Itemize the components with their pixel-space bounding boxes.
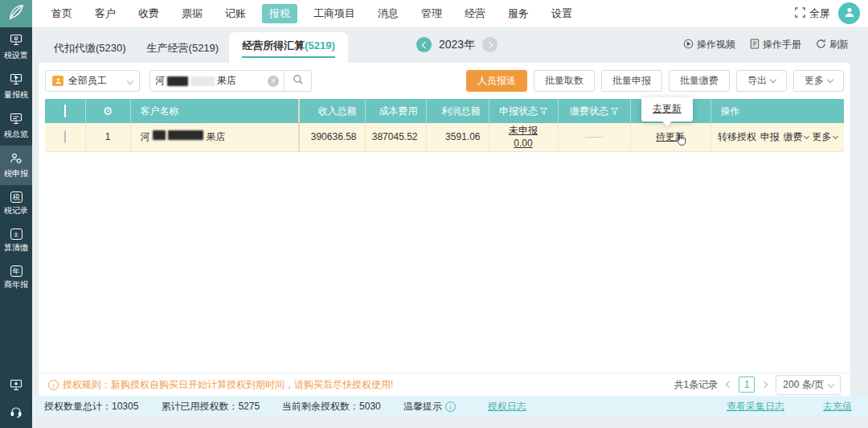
employee-filter-select[interactable]: 全部员工 bbox=[45, 70, 140, 92]
monitor-settings-icon bbox=[10, 34, 23, 47]
sidebar-item-tax-overview[interactable]: 税总览 bbox=[0, 106, 32, 146]
more-button[interactable]: 更多 bbox=[793, 70, 844, 92]
header-income: 收入总额 bbox=[299, 99, 365, 123]
nav-item-tax-active[interactable]: 报税 bbox=[262, 4, 297, 23]
sidebar-item-annual-report[interactable]: 年 商年报 bbox=[0, 259, 32, 296]
chevron-down-icon bbox=[828, 381, 834, 388]
play-circle-icon bbox=[683, 39, 694, 51]
tab-bar: 代扣代缴(5230) 生产经营(5219) 经营所得汇算(5219) 2023年… bbox=[32, 27, 868, 63]
app-logo[interactable] bbox=[0, 0, 32, 27]
refresh-icon bbox=[816, 39, 826, 51]
declare-status-cell: 未申报 0.00 bbox=[489, 123, 558, 151]
operation-manual-link[interactable]: 操作手册 bbox=[750, 38, 801, 51]
calculator-icon: ± bbox=[10, 228, 23, 240]
customer-table: 去更新 ⚙ 客户名称 收入总额 成本费用 bbox=[45, 99, 844, 152]
nav-item-settings[interactable]: 设置 bbox=[540, 0, 583, 27]
sidebar-item-tax-records[interactable]: 税 税记录 bbox=[0, 185, 32, 222]
prev-page-button[interactable] bbox=[725, 382, 731, 387]
filter-funnel-icon[interactable] bbox=[540, 106, 547, 117]
nav-item-business-projects[interactable]: 工商项目 bbox=[302, 0, 366, 27]
nav-item-customers[interactable]: 客户 bbox=[84, 0, 127, 27]
document-icon bbox=[750, 39, 760, 51]
income-cell: 390636.58 bbox=[299, 123, 365, 151]
employee-badge-icon bbox=[52, 76, 63, 86]
pay-status-cell: —— bbox=[558, 123, 630, 151]
feather-icon bbox=[7, 3, 25, 24]
row-checkbox-cell bbox=[45, 123, 85, 151]
nav-item-management[interactable]: 管理 bbox=[410, 0, 453, 27]
export-button[interactable]: 导出 bbox=[736, 70, 787, 92]
cost-cell: 387045.52 bbox=[365, 123, 426, 151]
header-customer-name: 客户名称 bbox=[130, 99, 299, 123]
transfer-authorization-link[interactable]: 转移授权 bbox=[718, 130, 756, 144]
customer-name-cell[interactable]: 河 果店 bbox=[130, 123, 299, 151]
next-page-button[interactable] bbox=[762, 382, 768, 387]
declare-amount-link[interactable]: 0.00 bbox=[489, 137, 558, 150]
headset-icon[interactable] bbox=[10, 405, 23, 422]
auth-log-link[interactable]: 授权日志 bbox=[488, 400, 526, 414]
go-update-tooltip[interactable]: 去更新 bbox=[641, 97, 693, 121]
authorization-notice: i 授权规则：新购授权自购买日开始计算授权到期时间，请购买后尽快授权使用! bbox=[48, 378, 393, 392]
monitor-download-icon[interactable] bbox=[10, 379, 23, 394]
tab-withholding[interactable]: 代扣代缴(5230) bbox=[43, 34, 137, 63]
page-size-select[interactable]: 200 条/页 bbox=[776, 375, 841, 395]
chevron-right-icon bbox=[485, 41, 492, 47]
nav-item-services[interactable]: 服务 bbox=[497, 0, 540, 27]
nav-item-home[interactable]: 首页 bbox=[40, 0, 84, 27]
batch-pay-button[interactable]: 批量缴费 bbox=[669, 70, 730, 92]
header-profit: 利润总额 bbox=[426, 99, 489, 123]
filter-toolbar: 全部员工 河 果店 × bbox=[39, 63, 850, 97]
chevron-down-icon bbox=[804, 134, 809, 139]
content-card: 全部员工 河 果店 × bbox=[39, 63, 850, 396]
header-declare-status: 申报状态 bbox=[489, 99, 558, 123]
declare-link[interactable]: 申报 bbox=[760, 130, 780, 144]
collect-log-link[interactable]: 查看采集日志 bbox=[727, 400, 784, 414]
nav-item-invoices[interactable]: 票据 bbox=[170, 0, 214, 27]
search-input[interactable]: 河 果店 × bbox=[149, 70, 285, 92]
row-index: 1 bbox=[85, 123, 130, 151]
notice-bar: i 授权规则：新购授权自购买日开始计算授权到期时间，请购买后尽快授权使用! 共1… bbox=[39, 372, 850, 396]
nav-item-operations[interactable]: 经营 bbox=[453, 0, 497, 27]
nav-item-fees[interactable]: 收费 bbox=[127, 0, 170, 27]
nav-item-bookkeeping[interactable]: 记账 bbox=[214, 0, 257, 27]
clear-search-icon[interactable]: × bbox=[268, 76, 279, 87]
tab-operating-income-settlement[interactable]: 经营所得汇算(5219) bbox=[229, 32, 348, 63]
chevron-left-icon bbox=[726, 381, 732, 388]
next-year-button[interactable] bbox=[482, 37, 497, 52]
auth-total: 授权数量总计：10305 bbox=[44, 400, 138, 414]
person-icon bbox=[843, 6, 856, 22]
recharge-link[interactable]: 去充值 bbox=[823, 400, 852, 414]
tab-production-operation[interactable]: 生产经营(5219) bbox=[137, 34, 230, 63]
top-nav: 首页 客户 收费 票据 记账 报税 工商项目 消息 管理 经营 服务 设置 全屏 bbox=[0, 0, 868, 27]
pay-dropdown-link[interactable]: 缴费 bbox=[784, 130, 809, 144]
redacted-text bbox=[153, 130, 166, 140]
more-dropdown-link[interactable]: 更多 bbox=[813, 130, 837, 144]
sidebar-item-tax-settings[interactable]: 税设置 bbox=[0, 27, 32, 67]
batch-declare-button[interactable]: 批量申报 bbox=[601, 70, 662, 92]
user-avatar[interactable] bbox=[838, 2, 860, 24]
search-button[interactable] bbox=[285, 70, 312, 92]
select-all-checkbox[interactable] bbox=[64, 105, 66, 117]
refresh-button[interactable]: 刷新 bbox=[816, 38, 849, 51]
hand-cursor-icon bbox=[674, 133, 687, 150]
sidebar-item-settlement[interactable]: ± 算清缴 bbox=[0, 222, 32, 259]
sidebar-item-batch-tax[interactable]: 量报税 bbox=[0, 67, 32, 106]
chevron-down-icon bbox=[833, 134, 838, 139]
gear-icon[interactable]: ⚙ bbox=[103, 105, 113, 117]
operation-video-link[interactable]: 操作视频 bbox=[683, 38, 735, 51]
year-label: 2023年 bbox=[439, 38, 475, 52]
info-icon[interactable]: i bbox=[445, 401, 456, 412]
batch-fetch-button[interactable]: 批量取数 bbox=[534, 70, 595, 92]
filter-funnel-icon[interactable] bbox=[611, 106, 618, 117]
header-checkbox-cell bbox=[45, 99, 85, 123]
fullscreen-button[interactable]: 全屏 bbox=[795, 6, 830, 21]
declare-status-link[interactable]: 未申报 bbox=[489, 124, 558, 137]
annual-report-icon: 年 bbox=[10, 265, 23, 277]
prev-year-button[interactable] bbox=[416, 37, 432, 52]
sidebar-item-tax-declare[interactable]: 税申报 bbox=[0, 146, 32, 185]
tip-label: 温馨提示i bbox=[403, 400, 456, 414]
page-number[interactable]: 1 bbox=[739, 377, 755, 393]
row-checkbox[interactable] bbox=[64, 130, 66, 143]
personnel-send-button[interactable]: 人员报送 bbox=[466, 70, 527, 92]
nav-item-messages[interactable]: 消息 bbox=[366, 0, 410, 27]
